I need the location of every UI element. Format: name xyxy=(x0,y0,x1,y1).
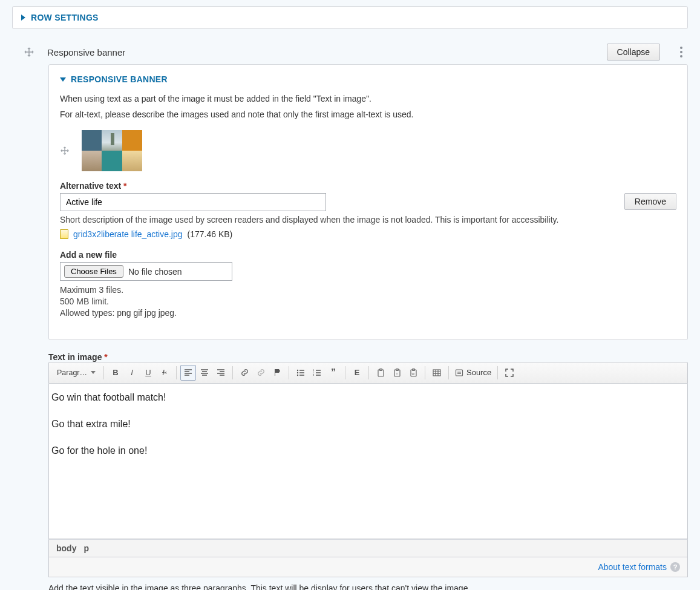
svg-text:W: W xyxy=(411,372,414,376)
file-link[interactable]: grid3x2liberate life_active.jpg xyxy=(73,229,183,239)
align-left-button[interactable] xyxy=(180,365,196,381)
editor-toolbar: Paragr… B I U Ix xyxy=(48,362,688,384)
svg-text:3: 3 xyxy=(313,373,315,376)
remove-format-button[interactable]: Ix xyxy=(157,365,172,381)
align-center-button[interactable] xyxy=(197,365,212,381)
paste-button[interactable] xyxy=(373,365,388,381)
kebab-menu-icon[interactable] xyxy=(675,47,688,57)
responsive-banner-panel: RESPONSIVE BANNER When using text as a p… xyxy=(48,64,688,340)
italic-button[interactable]: I xyxy=(124,365,140,381)
row-settings-panel[interactable]: ROW SETTINGS xyxy=(12,6,688,29)
svg-rect-15 xyxy=(433,370,440,376)
instruction-text-1: When using text as a part of the image i… xyxy=(60,94,676,103)
svg-point-3 xyxy=(297,374,298,375)
help-icon[interactable]: ? xyxy=(670,562,680,572)
svg-rect-16 xyxy=(456,370,463,376)
numbered-list-button[interactable]: 123 xyxy=(309,365,325,381)
editor-content[interactable]: Go win that football match! Go that extr… xyxy=(48,384,688,539)
instruction-text-2: For alt-text, please describe the images… xyxy=(60,110,676,119)
blockquote-button[interactable]: ” xyxy=(325,365,341,381)
alt-text-input[interactable] xyxy=(60,193,326,211)
paragraph-item-header: Responsive banner Collapse xyxy=(12,44,688,64)
responsive-banner-toggle[interactable]: RESPONSIVE BANNER xyxy=(60,74,676,84)
text-in-image-label: Text in image * xyxy=(48,352,688,362)
add-file-label: Add a new file xyxy=(60,250,676,260)
file-input[interactable]: Choose Files No file chosen xyxy=(60,262,232,281)
anchor-button[interactable] xyxy=(269,365,285,381)
maximize-button[interactable] xyxy=(502,365,517,381)
choose-files-button[interactable]: Choose Files xyxy=(64,265,123,278)
responsive-banner-title: RESPONSIVE BANNER xyxy=(71,74,168,84)
drag-handle-icon[interactable] xyxy=(23,46,35,58)
svg-point-1 xyxy=(297,369,298,370)
image-thumbnail xyxy=(82,130,142,171)
text-format-bar: About text formats ? xyxy=(48,557,688,577)
editor-line: Go win that football match! xyxy=(51,392,685,403)
source-button[interactable]: Source xyxy=(453,368,494,377)
unlink-button[interactable] xyxy=(253,365,269,381)
thumbnail-drag-handle-icon[interactable] xyxy=(60,146,70,156)
alt-text-label: Alternative text * xyxy=(60,181,612,191)
paragraph-item-title: Responsive banner xyxy=(47,47,598,57)
row-settings-title: ROW SETTINGS xyxy=(31,13,99,22)
svg-rect-0 xyxy=(275,369,275,376)
paste-text-button[interactable]: T xyxy=(389,365,405,381)
no-file-chosen-text: No file chosen xyxy=(128,267,182,277)
paragraph-format-dropdown[interactable]: Paragr… xyxy=(53,365,100,381)
caret-right-icon xyxy=(21,15,25,21)
svg-text:T: T xyxy=(396,372,397,376)
alt-text-help: Short description of the image used by s… xyxy=(60,215,676,225)
collapse-button[interactable]: Collapse xyxy=(607,44,660,61)
about-text-formats-link[interactable]: About text formats xyxy=(598,562,667,572)
align-right-button[interactable] xyxy=(213,365,229,381)
svg-point-2 xyxy=(297,372,298,373)
underline-button[interactable]: U xyxy=(140,365,156,381)
file-icon xyxy=(60,229,68,239)
file-hints: Maximum 3 files. 500 MB limit. Allowed t… xyxy=(60,284,676,319)
editor-line: Go for the hole in one! xyxy=(51,445,685,456)
link-button[interactable] xyxy=(237,365,252,381)
file-size: (177.46 KB) xyxy=(188,229,233,239)
bold-button[interactable]: B xyxy=(108,365,123,381)
bullet-list-button[interactable] xyxy=(293,365,309,381)
embed-button[interactable]: E xyxy=(349,365,365,381)
editor-line: Go that extra mile! xyxy=(51,419,685,430)
editor-elements-path[interactable]: body p xyxy=(48,539,688,557)
table-button[interactable] xyxy=(429,365,445,381)
paste-word-button[interactable]: W xyxy=(405,365,421,381)
remove-button[interactable]: Remove xyxy=(624,193,676,210)
text-in-image-help: Add the text visible in the image as thr… xyxy=(48,583,688,590)
caret-down-icon xyxy=(60,77,66,82)
